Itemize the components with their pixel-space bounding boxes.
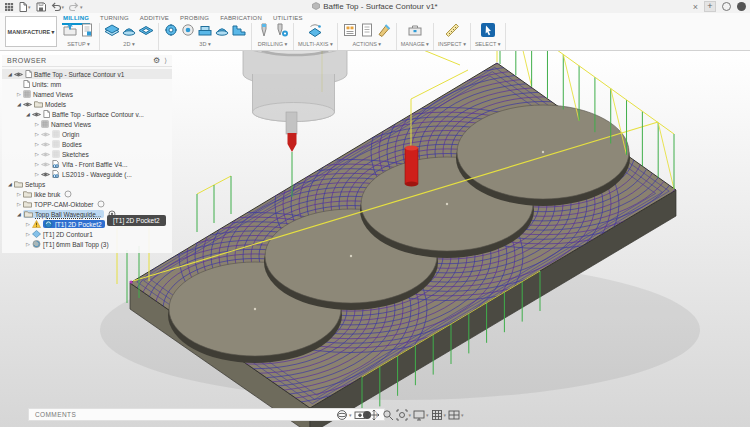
orbit-button[interactable]: ▾ xyxy=(336,409,352,421)
eye-icon xyxy=(14,71,23,78)
group-actions: ACTIONS ▾ xyxy=(338,23,397,50)
close-tab-icon[interactable]: × xyxy=(693,2,698,12)
tree-item-0[interactable]: ◢Baffle Top - Surface Contour v1 xyxy=(2,69,172,79)
tree-item-label: Topp Ball Waveguide... xyxy=(35,211,101,218)
tree-item-5[interactable]: ▷Named Views xyxy=(2,119,172,129)
eye-dim-icon xyxy=(41,131,50,138)
tree-item-9[interactable]: ▷Vifa - Front Baffle V4... xyxy=(2,159,172,169)
pan-button[interactable] xyxy=(368,409,380,421)
document-title: Baffle Top - Surface Contour v1* xyxy=(0,0,750,13)
group-label: ACTIONS ▾ xyxy=(352,41,381,47)
tree-item-3[interactable]: ◢Models xyxy=(2,99,172,109)
circle-icon[interactable] xyxy=(64,190,72,198)
expand-icon[interactable]: ▷ xyxy=(15,191,23,197)
tree-item-10[interactable]: ▷LS2019 - Waveguide (... xyxy=(2,169,172,179)
expand-icon[interactable]: ▷ xyxy=(33,171,41,177)
browser-panel-title: BROWSER xyxy=(7,57,153,64)
group-drilling: DRILLING ▾ xyxy=(252,23,294,50)
op-pocket-icon xyxy=(44,220,53,228)
tree-item-2[interactable]: ▷Named Views xyxy=(2,89,172,99)
tree-item-7[interactable]: ▷Bodies xyxy=(2,139,172,149)
brush-icon[interactable] xyxy=(376,22,392,42)
tree-item-8[interactable]: ▷Sketches xyxy=(2,149,172,159)
tree-item-1[interactable]: Units: mm xyxy=(2,79,172,89)
display-settings-button[interactable]: ▾ xyxy=(413,409,429,421)
doc-lines-icon[interactable] xyxy=(359,22,375,42)
drill-icon[interactable] xyxy=(256,22,272,42)
profile-avatar[interactable] xyxy=(737,2,746,11)
eye-dim-icon xyxy=(41,151,50,158)
collapse-icon[interactable]: ◢ xyxy=(6,71,14,77)
folder-icon xyxy=(14,180,23,188)
group-label: MULTI-AXIS ▾ xyxy=(298,41,333,47)
zoom-button[interactable] xyxy=(382,409,394,421)
tree-item-6[interactable]: ▷Origin xyxy=(2,129,172,139)
circle-icon[interactable] xyxy=(97,200,105,208)
drill-badge-icon[interactable] xyxy=(273,22,289,42)
panel-collapse-icon[interactable]: ⟩ xyxy=(164,57,167,65)
group-label: SELECT ▾ xyxy=(475,41,501,47)
expand-icon[interactable]: ▷ xyxy=(15,91,23,97)
multiaxis-icon[interactable] xyxy=(307,22,323,42)
group-label: DRILLING ▾ xyxy=(258,41,288,47)
tree-item-17[interactable]: ▷[T1] 6mm Ball Topp (3) xyxy=(2,239,172,249)
expand-icon[interactable]: ▷ xyxy=(33,161,41,167)
new-setup-icon[interactable] xyxy=(62,22,78,42)
group-label: SETUP ▾ xyxy=(67,41,90,47)
tree-item-12[interactable]: ▷Ikke bruk xyxy=(2,189,172,199)
grid-icon xyxy=(23,90,31,98)
stack-icon[interactable] xyxy=(197,22,213,42)
steps-icon[interactable] xyxy=(231,22,247,42)
workspace-selector[interactable]: MANUFACTURE ▾ xyxy=(5,16,57,47)
gear-shape-icon[interactable] xyxy=(163,22,179,42)
setup-sheet-icon[interactable] xyxy=(79,22,95,42)
grid-dim-icon xyxy=(52,140,60,148)
sheet-icon[interactable] xyxy=(104,22,120,42)
folder-icon xyxy=(23,190,32,198)
group-3d: 3D ▾ xyxy=(159,23,252,50)
select-icon[interactable] xyxy=(480,22,496,42)
expand-icon[interactable]: ▷ xyxy=(33,151,41,157)
warning-icon xyxy=(32,220,41,228)
gcode-icon[interactable] xyxy=(342,22,358,42)
expand-icon[interactable]: ▷ xyxy=(33,141,41,147)
probe-icon[interactable] xyxy=(180,22,196,42)
tree-item-label: Setups xyxy=(25,181,45,188)
expand-icon[interactable]: ▷ xyxy=(15,201,23,207)
collapse-icon[interactable]: ◢ xyxy=(6,181,14,187)
eye-dim-icon xyxy=(41,141,50,148)
eye-icon xyxy=(23,101,32,108)
measure-icon[interactable] xyxy=(444,22,460,42)
sheet2-icon[interactable] xyxy=(138,22,154,42)
expand-icon[interactable]: ▷ xyxy=(24,221,32,227)
fit-button[interactable]: ▾ xyxy=(396,409,412,421)
expand-icon[interactable]: ▷ xyxy=(33,121,41,127)
collapse-icon[interactable]: ◢ xyxy=(24,111,32,117)
tree-item-13[interactable]: ▷TOPP-CAM-Oktober xyxy=(2,199,172,209)
tree-item-16[interactable]: ▷[T1] 2D Contour1 xyxy=(2,229,172,239)
viewport-canvas[interactable]: BROWSER ⚙ ⟩ ◢Baffle Top - Surface Contou… xyxy=(0,51,750,427)
toolbox-icon[interactable] xyxy=(407,22,423,42)
mound-icon[interactable] xyxy=(214,22,230,42)
look-at-button[interactable] xyxy=(354,409,366,421)
gear-icon[interactable]: ⚙ xyxy=(153,56,160,65)
tree-item-4[interactable]: ◢Baffle Top - Surface Contour v... xyxy=(2,109,172,119)
tree-item-label: Baffle Top - Surface Contour v... xyxy=(52,111,144,118)
tree-item-11[interactable]: ◢Setups xyxy=(2,179,172,189)
collapse-icon[interactable]: ◢ xyxy=(15,211,23,217)
mound-icon[interactable] xyxy=(121,22,137,42)
group-label: MANAGE ▾ xyxy=(401,41,429,47)
tree-item-label: TOPP-CAM-Oktober xyxy=(34,201,93,208)
collapse-icon[interactable]: ◢ xyxy=(15,101,23,107)
new-tab-button[interactable]: + xyxy=(704,1,716,12)
doc-icon xyxy=(25,70,32,78)
viewports-button[interactable]: ▾ xyxy=(448,409,464,421)
group-manage: MANAGE ▾ xyxy=(397,23,434,50)
expand-icon[interactable]: ▷ xyxy=(24,241,32,247)
expand-icon[interactable]: ▷ xyxy=(33,131,41,137)
group-multi-axis: MULTI-AXIS ▾ xyxy=(294,23,338,50)
grid-snaps-button[interactable]: ▾ xyxy=(431,409,447,421)
comments-bar[interactable]: COMMENTS ⟩ xyxy=(28,408,385,421)
job-status-icon[interactable] xyxy=(722,2,731,11)
expand-icon[interactable]: ▷ xyxy=(24,231,32,237)
